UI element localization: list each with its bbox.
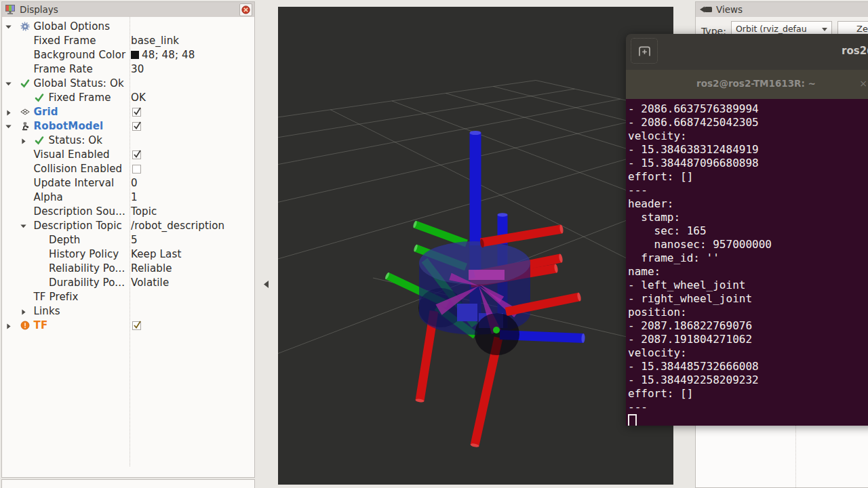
- property-value[interactable]: 0: [131, 176, 138, 190]
- displays-tree-row[interactable]: Visual Enabled: [2, 148, 254, 162]
- color-swatch: [131, 51, 139, 59]
- caret-collapsed-icon[interactable]: [22, 138, 26, 144]
- displays-tree-row[interactable]: Fixed Framebase_link: [2, 34, 254, 48]
- caret-collapsed-icon[interactable]: [22, 309, 26, 315]
- terminal-tab-close-icon[interactable]: ×: [859, 78, 867, 89]
- displays-footer-strip: [1, 479, 255, 488]
- property-label: Visual Enabled: [34, 148, 110, 162]
- displays-tree-row[interactable]: Update Interval0: [2, 176, 254, 190]
- terminal-tab-bar[interactable]: ros2@ros2-TM1613R: ~ ×: [626, 70, 868, 99]
- property-label: Global Options: [34, 20, 111, 34]
- terminal-output-area[interactable]: - 2086.6637576389994 - 2086.668742504230…: [626, 99, 868, 426]
- property-label: Alpha: [34, 190, 63, 205]
- property-label: Collision Enabled: [34, 162, 123, 176]
- property-label: Links: [34, 304, 60, 319]
- property-value[interactable]: Topic: [131, 205, 157, 219]
- property-value[interactable]: /robot_description: [131, 219, 224, 233]
- caret-expanded-icon[interactable]: [20, 224, 26, 228]
- caret-collapsed-icon[interactable]: [7, 110, 11, 116]
- displays-tree-row[interactable]: Alpha1: [2, 190, 254, 205]
- displays-tree-row[interactable]: Grid: [2, 105, 254, 119]
- displays-tree-row[interactable]: Reliability Po...Reliable: [2, 262, 254, 276]
- property-value[interactable]: Keep Last: [131, 247, 181, 262]
- property-label: Status: Ok: [49, 134, 103, 148]
- caret-expanded-icon[interactable]: [5, 125, 12, 129]
- robot-axis-cylinder: [470, 131, 481, 248]
- close-icon[interactable]: [239, 3, 252, 16]
- robot-caster-block: [457, 304, 477, 321]
- displays-tree-row[interactable]: Description Sou...Topic: [2, 205, 254, 219]
- terminal-window[interactable]: ros2@ros2-TM1613R: ~ ros2@ros2-TM1613R: …: [626, 34, 868, 426]
- property-value[interactable]: Reliable: [131, 262, 172, 276]
- status-ok-check-icon: [20, 79, 30, 88]
- checkbox-checked[interactable]: [132, 321, 141, 330]
- checkbox-checked[interactable]: [132, 108, 141, 117]
- displays-tree-row[interactable]: RobotModel: [2, 119, 254, 134]
- displays-tree-row[interactable]: Description Topic/robot_description: [2, 219, 254, 233]
- terminal-window-title: ros2@ros2-TM1613R: ~: [842, 45, 868, 57]
- robot-wheel: [475, 313, 519, 355]
- displays-titlebar[interactable]: Displays: [2, 2, 254, 18]
- displays-tree-row[interactable]: Fixed FrameOK: [2, 91, 254, 105]
- displays-tree: Global OptionsFixed Framebase_linkBackgr…: [2, 17, 254, 477]
- caret-expanded-icon[interactable]: [5, 82, 12, 86]
- checkbox-unchecked[interactable]: [132, 165, 141, 174]
- displays-tree-row[interactable]: Global Options: [2, 20, 254, 34]
- displays-tree-row[interactable]: TF: [2, 319, 254, 333]
- property-value[interactable]: 1: [131, 190, 138, 205]
- view-type-value: Orbit (rviz_defau: [736, 24, 807, 34]
- property-label: Background Color: [34, 48, 126, 62]
- displays-tree-row[interactable]: Depth5: [2, 233, 254, 247]
- displays-column-divider[interactable]: [130, 17, 130, 466]
- terminal-cursor: [628, 414, 637, 426]
- check-mark-icon: [132, 320, 142, 330]
- displays-tree-row[interactable]: TF Prefix: [2, 290, 254, 304]
- property-value[interactable]: 48; 48; 48: [131, 48, 195, 62]
- status-ok-check-icon: [35, 136, 44, 145]
- displays-tree-row[interactable]: Links: [2, 304, 254, 319]
- property-label: RobotModel: [34, 119, 104, 134]
- rviz-application-window: { "colors": { "viewport_bg": "#2f2f2d", …: [0, 0, 868, 488]
- terminal-new-tab-button[interactable]: [631, 38, 658, 64]
- displays-tree-row[interactable]: Collision Enabled: [2, 162, 254, 176]
- caret-expanded-icon[interactable]: [5, 25, 12, 29]
- property-value[interactable]: base_link: [131, 34, 179, 48]
- displays-tree-row[interactable]: Frame Rate30: [2, 62, 254, 77]
- property-label: Grid: [34, 105, 58, 119]
- checkbox-checked[interactable]: [132, 122, 141, 131]
- 3d-viewport[interactable]: [278, 7, 673, 485]
- displays-tree-row[interactable]: History PolicyKeep Last: [2, 247, 254, 262]
- chevron-down-icon: [822, 28, 827, 31]
- property-label: Fixed Frame: [34, 34, 96, 48]
- displays-tree-row[interactable]: Global Status: Ok: [2, 77, 254, 91]
- terminal-output-text: - 2086.6637576389994 - 2086.668742504230…: [626, 99, 868, 426]
- property-label: Global Status: Ok: [34, 77, 124, 91]
- property-label: TF Prefix: [34, 290, 79, 304]
- displays-tree-row[interactable]: Background Color48; 48; 48: [2, 48, 254, 62]
- checkbox-checked[interactable]: [132, 150, 141, 159]
- displays-panel-icon: [5, 4, 16, 15]
- terminal-titlebar[interactable]: ros2@ros2-TM1613R: ~: [626, 34, 868, 70]
- terminal-tab-label[interactable]: ros2@ros2-TM1613R: ~: [631, 78, 868, 89]
- views-titlebar[interactable]: Views: [696, 2, 868, 18]
- splitter-collapse-arrow[interactable]: [264, 281, 269, 288]
- property-value[interactable]: 5: [131, 233, 138, 247]
- zero-button-label: Zero: [856, 24, 868, 34]
- wheel-axis-nub: [493, 327, 500, 333]
- check-mark-icon: [132, 149, 142, 159]
- property-label: TF: [34, 319, 48, 333]
- check-mark-icon: [132, 106, 142, 117]
- robot-axis-cylinder: [481, 224, 564, 243]
- displays-tree-row[interactable]: Durability Po...Volatile: [2, 276, 254, 290]
- property-value[interactable]: OK: [131, 91, 146, 105]
- grid-display-icon: [20, 107, 30, 117]
- views-panel-title: Views: [716, 4, 743, 15]
- caret-collapsed-icon[interactable]: [7, 323, 11, 329]
- tf-arrow-shaft: [469, 270, 505, 280]
- displays-tree-row[interactable]: Status: Ok: [2, 134, 254, 148]
- property-value[interactable]: 30: [131, 62, 144, 77]
- property-label: Fixed Frame: [49, 91, 111, 105]
- status-ok-check-icon: [35, 93, 44, 102]
- property-value[interactable]: Volatile: [131, 276, 169, 290]
- property-label: Update Interval: [34, 176, 115, 190]
